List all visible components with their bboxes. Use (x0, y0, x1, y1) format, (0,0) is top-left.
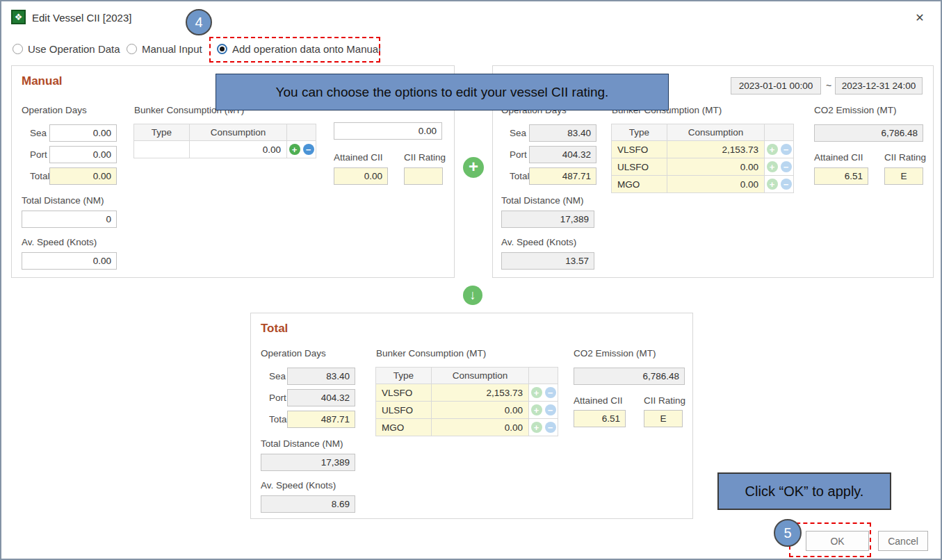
date-from-field: 2023-01-01 00:00 (731, 77, 821, 94)
co2-emission-label: CO2 Emission (MT) (574, 348, 656, 359)
actions-column-header (286, 124, 316, 141)
add-row-icon: + (531, 404, 542, 415)
port-label: Port (510, 149, 527, 160)
options-tooltip: You can choose the options to edit your … (216, 74, 669, 110)
operation-speed-field: 13.57 (501, 252, 594, 270)
type-column-header: Type (611, 124, 667, 141)
fuel-type-cell: MGO (611, 175, 667, 193)
avg-speed-label: Av. Speed (Knots) (22, 237, 97, 247)
remove-row-icon: − (545, 387, 556, 398)
table-row: VLSFO 2,153.73 + − (376, 384, 558, 402)
total-co2-field: 6,786.48 (574, 368, 685, 385)
edit-vessel-cii-dialog: ❖ Edit Vessel CII [2023] ✕ Use Operation… (0, 0, 942, 560)
total-distance-label: Total Distance (NM) (261, 438, 343, 449)
sea-label: Sea (30, 128, 47, 138)
radio-use-operation-data[interactable]: Use Operation Data (13, 43, 120, 55)
consumption-cell[interactable]: 0.00 (189, 140, 287, 158)
total-cii-rating-field: E (644, 410, 683, 427)
cii-rating-label: CII Rating (644, 395, 685, 406)
attained-cii-label: Attained CII (574, 395, 623, 406)
radio-label: Manual Input (142, 43, 202, 55)
manual-cii-rating-field (404, 167, 443, 185)
type-column-header: Type (133, 124, 190, 141)
total-days-field: 487.71 (287, 411, 355, 428)
fuel-type-cell: ULSFO (375, 401, 432, 419)
remove-row-icon: − (781, 161, 792, 172)
add-row-icon[interactable]: + (289, 144, 300, 155)
total-distance-label: Total Distance (NM) (501, 195, 584, 206)
remove-row-icon: − (545, 404, 556, 415)
consumption-column-header: Consumption (189, 124, 287, 141)
manual-sea-input[interactable]: 0.00 (49, 124, 117, 142)
manual-co2-field[interactable]: 0.00 (334, 122, 442, 140)
table-row: ULSFO 0.00 + − (376, 402, 558, 419)
attained-cii-label: Attained CII (814, 152, 863, 163)
operation-bunker-table: Type Consumption VLSFO 2,153.73 + − ULSF… (612, 124, 794, 193)
ok-button[interactable]: OK (806, 531, 869, 551)
operation-distance-field: 17,389 (501, 211, 594, 228)
fuel-type-cell: VLSFO (375, 384, 432, 402)
total-distance-label: Total Distance (NM) (22, 195, 104, 206)
cii-rating-label: CII Rating (404, 152, 446, 163)
total-attained-cii-field: 6.51 (574, 410, 626, 427)
table-row: MGO 0.00 + − (612, 176, 794, 193)
date-to-field: 2023-12-31 24:00 (835, 77, 923, 94)
attained-cii-label: Attained CII (334, 152, 383, 163)
close-icon[interactable]: ✕ (910, 8, 929, 26)
radio-circle-icon[interactable] (13, 44, 23, 54)
actions-column-header (528, 367, 558, 384)
operation-days-label: Operation Days (22, 105, 87, 115)
remove-row-icon[interactable]: − (303, 144, 314, 155)
operation-days-label: Operation Days (261, 348, 326, 359)
app-icon: ❖ (11, 10, 26, 24)
remove-row-icon: − (781, 179, 792, 190)
table-row: VLSFO 2,153.73 + − (612, 141, 794, 158)
consumption-cell: 0.00 (667, 175, 765, 193)
cancel-button[interactable]: Cancel (878, 531, 928, 551)
manual-total-days-field: 0.00 (49, 167, 117, 185)
manual-bunker-table: Type Consumption 0.00 + − (134, 124, 316, 158)
consumption-cell: 2,153.73 (431, 384, 529, 402)
combine-plus-icon: + (463, 157, 484, 178)
manual-panel-title: Manual (22, 74, 63, 88)
manual-distance-input[interactable]: 0 (22, 211, 117, 228)
operation-port-field: 404.32 (529, 146, 596, 163)
type-column-header: Type (375, 367, 432, 384)
operation-attained-cii-field: 6.51 (814, 167, 868, 185)
avg-speed-label: Av. Speed (Knots) (501, 237, 576, 247)
add-row-icon: + (767, 179, 778, 190)
total-sea-field: 83.40 (287, 368, 355, 385)
total-distance-field: 17,389 (261, 454, 355, 471)
manual-attained-cii-field: 0.00 (334, 167, 388, 185)
consumption-column-header: Consumption (431, 367, 529, 384)
total-panel: Total Operation Days Sea 83.40 Port 404.… (250, 313, 693, 519)
radio-circle-icon[interactable] (127, 44, 137, 54)
manual-port-input[interactable]: 0.00 (49, 146, 117, 163)
radio-label: Use Operation Data (28, 43, 120, 55)
step4-highlight-box (209, 37, 380, 63)
bunker-consumption-label: Bunker Consumption (MT) (376, 348, 486, 359)
add-row-icon: + (767, 144, 778, 155)
result-arrow-down-icon: ↓ (463, 286, 482, 305)
total-label: Total (30, 171, 50, 181)
total-speed-field: 8.69 (261, 495, 355, 513)
operation-co2-field: 6,786.48 (814, 124, 923, 142)
table-row: MGO 0.00 + − (376, 419, 558, 436)
manual-speed-input[interactable]: 0.00 (22, 252, 117, 270)
consumption-cell: 0.00 (667, 158, 765, 176)
remove-row-icon: − (545, 422, 556, 433)
table-row: 0.00 + − (134, 141, 316, 158)
total-bunker-table: Type Consumption VLSFO 2,153.73 + − ULSF… (376, 368, 558, 436)
sea-label: Sea (269, 371, 286, 381)
total-port-field: 404.32 (287, 389, 355, 406)
avg-speed-label: Av. Speed (Knots) (261, 480, 336, 491)
actions-column-header (764, 124, 794, 141)
consumption-column-header: Consumption (667, 124, 765, 141)
date-range-tilde: ~ (826, 80, 831, 91)
fuel-type-cell: ULSFO (611, 158, 667, 176)
port-label: Port (269, 393, 286, 403)
fuel-type-cell[interactable] (133, 140, 190, 158)
step5-badge: 5 (774, 519, 802, 547)
step4-badge: 4 (186, 9, 212, 35)
radio-manual-input[interactable]: Manual Input (127, 43, 202, 55)
